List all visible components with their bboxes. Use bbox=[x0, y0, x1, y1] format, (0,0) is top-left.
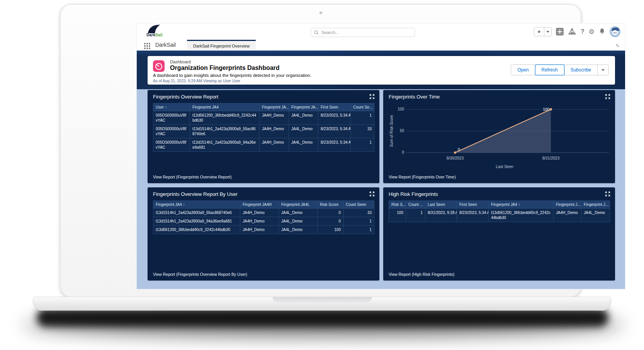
column-header[interactable]: Count Se... bbox=[351, 104, 374, 111]
table-header-row: Fingerprint JA4 ↑Fingerprint JA4HFingerp… bbox=[153, 201, 374, 209]
shark-fin-icon bbox=[143, 24, 166, 34]
column-header[interactable]: Fingerprint JA... bbox=[260, 104, 289, 111]
column-header[interactable]: First Seen bbox=[318, 104, 351, 111]
column-header[interactable]: Risk Score bbox=[318, 201, 343, 209]
table-cell: 1 bbox=[343, 226, 374, 234]
table-row: 10018/31/2023, 9:28 AM8/23/2023, 5:34 AM… bbox=[389, 209, 610, 222]
panel-title: High Risk Fingerprints bbox=[389, 191, 438, 197]
panel-high-risk-fingerprints: High Risk Fingerprints Risk S...Count ..… bbox=[383, 187, 615, 280]
fingerprints-overview-table: User ↑Fingerprint JA4Fingerprint JA...Fi… bbox=[153, 103, 374, 152]
table-header-row: User ↑Fingerprint JA4Fingerprint JA...Fi… bbox=[153, 104, 374, 111]
brand-text-green: Sail bbox=[155, 33, 163, 37]
data-point bbox=[550, 108, 552, 110]
table-header-row: Risk S...Count ...Last SeenFirst SeenFin… bbox=[389, 201, 610, 209]
search-icon bbox=[314, 30, 319, 35]
table-row: 005DS00000uV8fvYACt13d561200_36fcbedd40c… bbox=[153, 111, 374, 125]
column-header[interactable]: First Seen bbox=[457, 201, 489, 209]
table-cell: 8/23/2023, 5:34 AM bbox=[318, 138, 351, 152]
column-header[interactable]: Fingerprint J... bbox=[554, 201, 581, 209]
column-header[interactable]: Risk S... bbox=[389, 201, 406, 209]
tab-darksail-fingerprint-overview[interactable]: DarkSail Fingerprint Overview bbox=[187, 40, 256, 51]
trackpad-notch bbox=[273, 297, 372, 303]
column-header[interactable]: Count Seen bbox=[343, 201, 374, 209]
table-cell: 0 bbox=[318, 217, 343, 226]
trailhead-button[interactable] bbox=[568, 27, 576, 37]
pencil-icon[interactable] bbox=[615, 42, 620, 49]
y-axis-label: Sum of Risk Score bbox=[389, 115, 394, 147]
favorites-group bbox=[534, 27, 552, 36]
panel-title: Fingerprints Overview Report bbox=[153, 94, 218, 100]
table-cell: 1 bbox=[406, 209, 425, 222]
view-report-link[interactable]: View Report (High Risk Fingerprints) bbox=[389, 272, 454, 277]
expand-icon[interactable] bbox=[369, 191, 375, 197]
table-cell: JA4H_Demo bbox=[240, 226, 279, 234]
y-tick-100: 100 bbox=[398, 107, 404, 111]
add-button[interactable] bbox=[556, 28, 564, 36]
dashboard-type-label: Dashboard bbox=[170, 59, 191, 64]
subscribe-dropdown-button[interactable] bbox=[597, 65, 609, 75]
table-cell: t13d1514h1_2a423a3900a9_55ac868740e6 bbox=[190, 125, 260, 138]
page-title: Organization Fingerprints Dashboard bbox=[170, 65, 280, 71]
y-tick-50: 50 bbox=[400, 129, 404, 133]
table-cell: 1 bbox=[343, 217, 374, 226]
avatar-face bbox=[612, 30, 618, 35]
expand-icon[interactable] bbox=[369, 94, 375, 99]
column-header[interactable]: User ↑ bbox=[153, 104, 190, 111]
table-cell: 33 bbox=[351, 125, 374, 138]
panel-fingerprints-over-time: Fingerprints Over Time 100 bbox=[383, 90, 615, 183]
table-row: t13d561200_36fcbedd40c9_2242c44bdb30JA4H… bbox=[153, 226, 374, 234]
table-cell: t13d561200_36fcbedd40c9_2242c44bdb30 bbox=[153, 226, 240, 234]
panel-title: Fingerprints Over Time bbox=[389, 94, 440, 100]
table-cell: t13d1514h1_2a423a3900a9_55ac868740e6 bbox=[153, 209, 240, 217]
table-cell: 8/23/2023, 5:34 AM bbox=[457, 209, 489, 222]
question-icon[interactable] bbox=[581, 28, 585, 35]
expand-icon[interactable] bbox=[605, 94, 610, 99]
column-header[interactable]: Fingerprint JA4 ↑ bbox=[489, 201, 554, 209]
table-cell: JA4L_Demo bbox=[581, 209, 610, 222]
page: DarkSail bbox=[0, 0, 644, 350]
expand-icon[interactable] bbox=[605, 191, 610, 197]
search-box[interactable] bbox=[311, 28, 415, 37]
column-header[interactable]: Fingerprint JA4 bbox=[190, 104, 260, 111]
laptop-shadow bbox=[37, 308, 608, 327]
avatar[interactable] bbox=[610, 26, 620, 37]
trailhead-icon bbox=[568, 27, 576, 35]
chevron-down-icon bbox=[546, 31, 549, 33]
column-header[interactable]: Count ... bbox=[406, 201, 425, 209]
app-name: DarkSail bbox=[155, 42, 176, 48]
view-report-link[interactable]: View Report (Fingerprints Overview Repor… bbox=[153, 175, 231, 179]
gear-icon[interactable] bbox=[589, 28, 595, 36]
notifications-button[interactable] bbox=[599, 28, 605, 36]
open-button[interactable]: Open bbox=[511, 65, 535, 75]
point-label-100: 100 bbox=[543, 107, 549, 112]
table-cell: 8/23/2023, 5:34 AM bbox=[318, 125, 351, 138]
panel-title: Fingerprints Overview Report By User bbox=[153, 191, 238, 197]
table-cell: 0 bbox=[318, 209, 343, 217]
column-header[interactable]: Fingerprint JA4 ↑ bbox=[153, 201, 240, 209]
favorites-dropdown-button[interactable] bbox=[544, 27, 551, 36]
app-launcher-waffle-icon[interactable] bbox=[144, 42, 150, 49]
view-report-link[interactable]: View Report (Fingerprints Overview Repor… bbox=[153, 272, 247, 277]
column-header[interactable]: Last Seen bbox=[425, 201, 457, 209]
table-cell: JA4L_Demo bbox=[279, 209, 318, 217]
search-input[interactable] bbox=[321, 30, 411, 35]
column-header[interactable]: Fingerprint JA4L bbox=[279, 201, 318, 209]
refresh-button[interactable]: Refresh bbox=[535, 65, 564, 75]
column-header[interactable]: Fingerprint J... bbox=[581, 201, 610, 209]
table-cell: 100 bbox=[318, 226, 343, 234]
table-cell: JA4H_Demo bbox=[260, 111, 289, 125]
table-row: t13d1514h1_2a423a3900a9_55ac868740e6JA4H… bbox=[153, 209, 374, 217]
panel-fingerprints-overview: Fingerprints Overview Report User ↑Finge… bbox=[148, 90, 379, 183]
table-row: t13d1514h1_2a423a3900a9_94a36ee9a681JA4H… bbox=[153, 217, 374, 226]
view-report-link[interactable]: View Report (Fingerprints Over Time) bbox=[389, 175, 456, 179]
table-cell: JA4L_Demo bbox=[289, 111, 318, 125]
table-cell: t13d1514h1_2a423a3900a9_94a36ee9a681 bbox=[153, 217, 240, 226]
column-header[interactable]: Fingerprint JA4H bbox=[240, 201, 279, 209]
table-cell: 8/31/2023, 9:28 AM bbox=[425, 209, 457, 222]
subscribe-button[interactable]: Subscribe bbox=[564, 65, 598, 75]
table-cell: JA4L_Demo bbox=[279, 217, 318, 226]
favorites-button[interactable] bbox=[534, 27, 544, 36]
table-cell: JA4H_Demo bbox=[240, 217, 279, 226]
brand-text-dark: Dark bbox=[146, 33, 155, 37]
column-header[interactable]: Fingerprint JA... bbox=[289, 104, 318, 111]
